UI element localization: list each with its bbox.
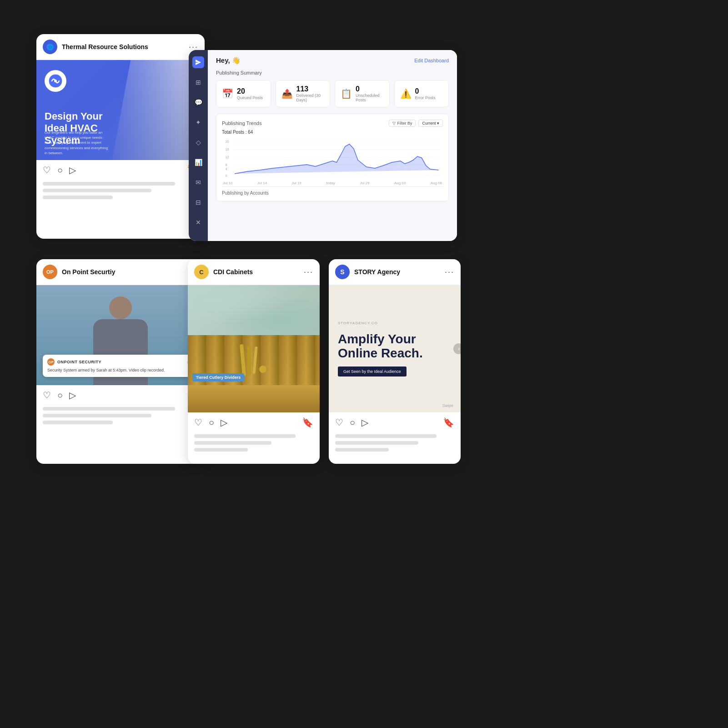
dashboard-greeting: Hey, 👋 bbox=[216, 56, 241, 65]
cdi-name: CDI Cabinets bbox=[213, 268, 299, 276]
story-actions: ♡ ○ ▷ 🔖 bbox=[329, 412, 461, 432]
chart-label-3: today bbox=[326, 181, 335, 185]
cdi-like-icon[interactable]: ♡ bbox=[194, 417, 202, 428]
sidebar-icon-star[interactable]: ✦ bbox=[192, 116, 204, 128]
ops-notif-logo: OP bbox=[47, 358, 55, 366]
stat-unscheduled: 📋 0 Unscheduled Posts bbox=[335, 80, 390, 107]
story-cta-button[interactable]: Get Seen by the Ideal Audience bbox=[338, 367, 407, 377]
edit-dashboard-button[interactable]: Edit Dashboard bbox=[414, 58, 449, 63]
cdi-text-line-1 bbox=[194, 434, 296, 438]
chart-label-6: Aug 08 bbox=[431, 181, 442, 185]
delivered-icon: 📤 bbox=[281, 88, 293, 99]
chart-x-labels: Jul 10 Jul 14 Jul 19 today Jul 29 Aug 03… bbox=[222, 181, 443, 185]
ops-caption-lines bbox=[36, 405, 205, 434]
story-more-button[interactable]: ··· bbox=[445, 267, 454, 277]
card-dashboard: ⊞ 💬 ✦ ◇ 📊 ✉ ⊟ ✕ Hey, 👋 Edit Dashboard Pu… bbox=[189, 50, 457, 241]
svg-text:4: 4 bbox=[225, 167, 227, 171]
error-info: 0 Error Posts bbox=[415, 87, 436, 100]
trs-avatar: 🌐 bbox=[43, 40, 57, 54]
trs-post-image: Design Your Ideal HVAC System Our engine… bbox=[36, 60, 205, 160]
story-content: STORYAGENCY.CO Amplify Your Online Reach… bbox=[338, 321, 452, 377]
dashboard-header: Hey, 👋 Edit Dashboard bbox=[216, 56, 449, 65]
sidebar-icon-grid[interactable]: ⊞ bbox=[192, 76, 204, 88]
current-label: Current bbox=[422, 121, 436, 126]
filter-button[interactable]: ▽ Filter By bbox=[389, 120, 416, 127]
ops-like-icon[interactable]: ♡ bbox=[43, 390, 51, 401]
story-url: STORYAGENCY.CO bbox=[338, 321, 378, 325]
story-post-image: STORYAGENCY.CO Amplify Your Online Reach… bbox=[329, 285, 461, 412]
sidebar-icon-diamond[interactable]: ◇ bbox=[192, 136, 204, 148]
story-swipe-label: Swipe bbox=[442, 403, 453, 408]
ops-post-image: OP ONPOINT SECURITY now Security System … bbox=[36, 285, 205, 385]
svg-text:12: 12 bbox=[225, 155, 229, 159]
story-text-line-3 bbox=[335, 448, 389, 452]
chart-label-5: Aug 03 bbox=[394, 181, 406, 185]
cdi-share-icon[interactable]: ▷ bbox=[221, 417, 227, 428]
trends-header: Publishing Trends ▽ Filter By Current ▾ bbox=[222, 120, 443, 127]
chart-label-4: Jul 29 bbox=[360, 181, 369, 185]
trs-like-icon[interactable]: ♡ bbox=[43, 165, 51, 176]
story-text-line-2 bbox=[335, 441, 418, 445]
cdi-bookmark-icon[interactable]: 🔖 bbox=[302, 417, 313, 428]
publishing-summary-label: Publishing Summary bbox=[216, 70, 449, 75]
publishing-chart: 20 16 12 8 4 0 bbox=[222, 137, 443, 183]
cdi-comment-icon[interactable]: ○ bbox=[209, 417, 214, 428]
unscheduled-info: 0 Unscheduled Posts bbox=[356, 85, 384, 102]
sidebar-icon-list[interactable]: ⊟ bbox=[192, 196, 204, 208]
sidebar-icon-send[interactable] bbox=[192, 56, 204, 68]
trs-text-line-1 bbox=[43, 182, 175, 186]
story-comment-icon[interactable]: ○ bbox=[350, 417, 355, 428]
cdi-drawer-image: Tiered Cutlery Dividers bbox=[188, 335, 320, 385]
ops-text-line-2 bbox=[43, 414, 151, 417]
trends-title: Publishing Trends bbox=[222, 120, 261, 126]
ops-share-icon[interactable]: ▷ bbox=[69, 390, 76, 401]
trs-caption-lines bbox=[36, 180, 205, 209]
publishing-trends-section: Publishing Trends ▽ Filter By Current ▾ … bbox=[216, 114, 449, 201]
story-next-arrow[interactable]: › bbox=[453, 343, 461, 354]
card-cdi: C CDI Cabinets ··· Tiered Cutlery Divide… bbox=[188, 259, 320, 464]
trs-text-line-2 bbox=[43, 189, 151, 192]
story-headline: Amplify Your Online Reach. bbox=[338, 332, 452, 361]
queued-info: 20 Queued Posts bbox=[237, 87, 263, 100]
delivered-info: 113 Delivered (30 Days) bbox=[296, 85, 325, 102]
ops-name: On Point Securtiy bbox=[62, 268, 184, 276]
cdi-caption-lines bbox=[188, 432, 320, 461]
cdi-avatar: C bbox=[194, 265, 209, 279]
svg-text:16: 16 bbox=[225, 147, 229, 151]
total-posts: Total Posts : 64 bbox=[222, 130, 443, 135]
error-label: Error Posts bbox=[415, 95, 436, 100]
dashboard-sidebar: ⊞ 💬 ✦ ◇ 📊 ✉ ⊟ ✕ bbox=[189, 50, 208, 241]
stat-error: ⚠️ 0 Error Posts bbox=[394, 80, 449, 107]
trends-filter: ▽ Filter By Current ▾ bbox=[389, 120, 443, 127]
current-button[interactable]: Current ▾ bbox=[418, 120, 443, 127]
svg-text:8: 8 bbox=[225, 163, 227, 167]
trs-post-body: Our engineers will help you tailor an HV… bbox=[45, 130, 108, 156]
cdi-marble-image bbox=[188, 285, 320, 335]
sidebar-icon-chart[interactable]: 📊 bbox=[192, 156, 204, 168]
sidebar-icon-settings[interactable]: ✕ bbox=[192, 216, 204, 228]
card-story: S STORY Agency ··· STORYAGENCY.CO Amplif… bbox=[329, 259, 461, 464]
stat-delivered: 📤 113 Delivered (30 Days) bbox=[276, 80, 331, 107]
ops-avatar: OP bbox=[43, 265, 57, 279]
story-text-line-1 bbox=[335, 434, 437, 438]
stat-queued: 📅 20 Queued Posts bbox=[216, 80, 271, 107]
queued-icon: 📅 bbox=[222, 88, 233, 99]
trs-name: Thermal Resource Solutions bbox=[62, 43, 184, 50]
story-bookmark-icon[interactable]: 🔖 bbox=[443, 417, 454, 428]
trs-share-icon[interactable]: ▷ bbox=[69, 165, 76, 176]
sidebar-icon-mail[interactable]: ✉ bbox=[192, 176, 204, 188]
cdi-product-tag: Tiered Cutlery Dividers bbox=[192, 373, 244, 382]
story-name: STORY Agency bbox=[354, 268, 440, 276]
ops-comment-icon[interactable]: ○ bbox=[57, 390, 63, 401]
story-like-icon[interactable]: ♡ bbox=[335, 417, 343, 428]
story-share-icon[interactable]: ▷ bbox=[361, 417, 368, 428]
sidebar-icon-chat[interactable]: 💬 bbox=[192, 96, 204, 108]
ops-text-line-1 bbox=[43, 407, 175, 411]
ops-header: OP On Point Securtiy ··· bbox=[36, 259, 205, 285]
ops-notif-header: OP ONPOINT SECURITY now bbox=[47, 358, 194, 366]
chevron-down-icon: ▾ bbox=[437, 121, 439, 126]
cdi-more-button[interactable]: ··· bbox=[304, 267, 313, 277]
trs-comment-icon[interactable]: ○ bbox=[57, 165, 63, 176]
chart-label-0: Jul 10 bbox=[223, 181, 232, 185]
trs-text-line-3 bbox=[43, 196, 113, 199]
